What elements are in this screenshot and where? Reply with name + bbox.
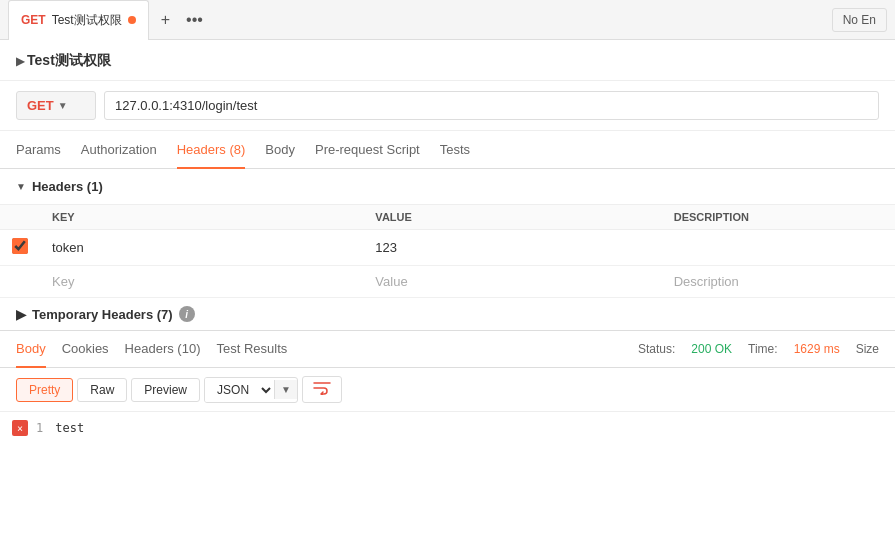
- wrap-icon: [313, 381, 331, 395]
- temp-headers-section[interactable]: ▶ Temporary Headers (7) i: [0, 298, 895, 330]
- add-tab-button[interactable]: +: [155, 7, 176, 33]
- more-options-button[interactable]: •••: [180, 7, 209, 33]
- temp-headers-title: Temporary Headers (7): [32, 307, 173, 322]
- tab-body[interactable]: Body: [265, 131, 295, 169]
- tab-method: GET: [21, 13, 46, 27]
- tab-headers[interactable]: Headers (8): [177, 131, 246, 169]
- tab-title: Test测试权限: [52, 12, 122, 29]
- status-value: 200 OK: [691, 342, 732, 356]
- url-input[interactable]: [104, 91, 879, 120]
- headers-arrow-icon: ▼: [16, 181, 26, 192]
- size-label: Size: [856, 342, 879, 356]
- response-bar: Body Cookies Headers (10) Test Results S…: [0, 330, 895, 368]
- tab-actions: + •••: [155, 7, 209, 33]
- response-tab-cookies[interactable]: Cookies: [62, 330, 109, 368]
- table-row: token 123: [0, 230, 895, 266]
- no-environment-button[interactable]: No En: [832, 8, 887, 32]
- key-placeholder: Key: [52, 274, 74, 289]
- tab-bar: GET Test测试权限 + ••• No En: [0, 0, 895, 40]
- empty-checkbox-cell: [0, 266, 40, 298]
- response-tab-test-results[interactable]: Test Results: [216, 330, 287, 368]
- response-status: Status: 200 OK Time: 1629 ms Size: [638, 342, 879, 356]
- time-label: Time:: [748, 342, 778, 356]
- method-chevron-icon: ▼: [58, 100, 68, 111]
- time-value: 1629 ms: [794, 342, 840, 356]
- format-select-wrap: JSON XML Text ▼: [204, 377, 298, 403]
- headers-table: KEY VALUE DESCRIPTION token 123 Key Valu…: [0, 204, 895, 298]
- col-value: VALUE: [363, 205, 661, 230]
- sub-tabs: Params Authorization Headers (8) Body Pr…: [0, 131, 895, 169]
- code-content: test: [55, 420, 84, 436]
- col-checkbox: [0, 205, 40, 230]
- info-icon[interactable]: i: [179, 306, 195, 322]
- line-numbers: × 1: [0, 420, 55, 436]
- tab-pre-request-script[interactable]: Pre-request Script: [315, 131, 420, 169]
- code-text: test: [55, 421, 84, 435]
- line-number: 1: [36, 421, 43, 435]
- preview-button[interactable]: Preview: [131, 378, 200, 402]
- response-tab-body[interactable]: Body: [16, 330, 46, 368]
- row-checkbox-cell[interactable]: [0, 230, 40, 266]
- headers-section-title: Headers (1): [32, 179, 103, 194]
- row-checkbox[interactable]: [12, 238, 28, 254]
- method-select[interactable]: GET ▼: [16, 91, 96, 120]
- tab-params[interactable]: Params: [16, 131, 61, 169]
- tab-modified-dot: [128, 16, 136, 24]
- empty-value-cell[interactable]: Value: [363, 266, 661, 298]
- headers-section-header[interactable]: ▼ Headers (1): [0, 169, 895, 204]
- active-tab[interactable]: GET Test测试权限: [8, 0, 149, 40]
- raw-button[interactable]: Raw: [77, 378, 127, 402]
- code-area: × 1 test: [0, 412, 895, 444]
- row-key[interactable]: token: [40, 230, 363, 266]
- error-icon: ×: [12, 420, 28, 436]
- response-toolbar: Pretty Raw Preview JSON XML Text ▼: [0, 368, 895, 412]
- request-title: Test测试权限: [0, 40, 895, 81]
- col-description: DESCRIPTION: [662, 205, 895, 230]
- tab-authorization[interactable]: Authorization: [81, 131, 157, 169]
- format-chevron-icon: ▼: [274, 380, 297, 399]
- value-placeholder: Value: [375, 274, 407, 289]
- wrap-button[interactable]: [302, 376, 342, 403]
- tab-tests[interactable]: Tests: [440, 131, 470, 169]
- status-label: Status:: [638, 342, 675, 356]
- response-tab-headers[interactable]: Headers (10): [125, 330, 201, 368]
- table-row-empty: Key Value Description: [0, 266, 895, 298]
- pretty-button[interactable]: Pretty: [16, 378, 73, 402]
- desc-placeholder: Description: [674, 274, 739, 289]
- row-value[interactable]: 123: [363, 230, 661, 266]
- method-label: GET: [27, 98, 54, 113]
- col-key: KEY: [40, 205, 363, 230]
- temp-headers-arrow-icon: ▶: [16, 307, 26, 322]
- url-bar: GET ▼: [0, 81, 895, 131]
- row-description[interactable]: [662, 230, 895, 266]
- empty-desc-cell[interactable]: Description: [662, 266, 895, 298]
- empty-key-cell[interactable]: Key: [40, 266, 363, 298]
- format-select[interactable]: JSON XML Text: [205, 378, 274, 402]
